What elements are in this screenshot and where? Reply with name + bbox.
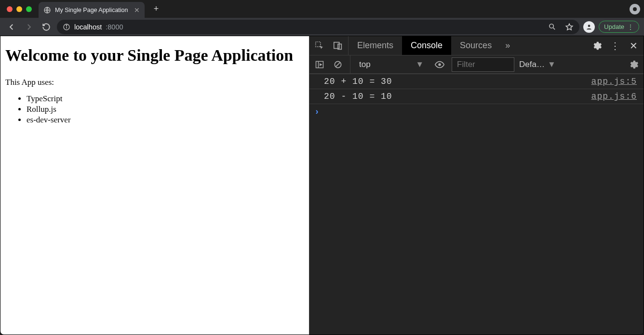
content-area: Welcome to your Single Page Application … [0, 36, 644, 335]
console-prompt[interactable]: › [309, 104, 644, 120]
zoom-icon[interactable] [548, 23, 556, 31]
svg-point-3 [66, 25, 67, 26]
window-controls [7, 6, 32, 12]
update-button[interactable]: Update ⋮ [599, 21, 639, 33]
kebab-menu-icon[interactable]: ⋮ [608, 39, 622, 53]
console-settings-icon[interactable] [626, 57, 641, 72]
reload-button[interactable] [40, 20, 53, 34]
tab-title: My Single Page Application [55, 7, 128, 13]
chevron-down-icon: ▼ [416, 60, 424, 69]
incognito-indicator-icon[interactable] [630, 4, 640, 14]
console-log-row: 20 - 10 = 10 app.js:6 [309, 89, 644, 104]
address-bar[interactable]: localhost:8000 [57, 20, 579, 34]
update-label: Update [604, 23, 624, 30]
svg-point-4 [550, 24, 554, 28]
console-toolbar: top ▼ Defa… ▼ [309, 55, 644, 74]
log-source-link[interactable]: app.js:5 [591, 77, 637, 86]
clear-console-icon[interactable] [331, 57, 345, 72]
page-heading: Welcome to your Single Page Application [5, 45, 304, 66]
tab-elements[interactable]: Elements [349, 36, 402, 55]
tab-overflow[interactable]: » [500, 36, 515, 55]
svg-line-5 [553, 28, 555, 30]
back-button[interactable] [5, 20, 18, 34]
forward-button[interactable] [22, 20, 36, 34]
inspect-element-icon[interactable] [312, 39, 327, 53]
browser-tab[interactable]: My Single Page Application ✕ [39, 2, 145, 18]
window-minimize-button[interactable] [16, 6, 22, 12]
log-message: 20 + 10 = 30 [324, 77, 591, 86]
list-item: es-dev-server [27, 115, 304, 125]
execution-context-select[interactable]: top ▼ [355, 59, 428, 70]
chevron-down-icon: ▼ [548, 60, 556, 69]
globe-icon [43, 6, 51, 14]
profile-avatar[interactable] [583, 21, 595, 33]
svg-point-14 [438, 63, 441, 66]
devtools-tabbar: Elements Console Sources » ⋮ ✕ [309, 36, 644, 55]
bookmark-icon[interactable] [565, 23, 574, 31]
tab-sources[interactable]: Sources [451, 36, 500, 55]
list-item: Rollup.js [27, 105, 304, 114]
console-filter-input[interactable] [452, 57, 514, 72]
site-info-icon[interactable] [63, 23, 70, 31]
rendered-page: Welcome to your Single Page Application … [0, 36, 309, 335]
browser-toolbar: localhost:8000 Update ⋮ [0, 18, 644, 36]
gear-icon[interactable] [590, 39, 604, 53]
devtools-panel: Elements Console Sources » ⋮ ✕ [309, 36, 644, 335]
toggle-device-icon[interactable] [331, 39, 345, 53]
svg-rect-8 [334, 42, 339, 48]
svg-point-6 [588, 25, 590, 27]
svg-line-13 [336, 62, 340, 66]
log-source-link[interactable]: app.js:6 [591, 92, 637, 101]
new-tab-button[interactable]: + [149, 2, 163, 16]
tab-console[interactable]: Console [402, 36, 451, 55]
tab-close-button[interactable]: ✕ [134, 6, 140, 14]
browser-tabstrip: My Single Page Application ✕ + [0, 0, 644, 18]
log-levels-select[interactable]: Defa… ▼ [519, 60, 556, 69]
url-host: localhost [74, 23, 102, 31]
console-log-row: 20 + 10 = 30 app.js:5 [309, 74, 644, 89]
window-close-button[interactable] [7, 6, 13, 12]
context-label: top [359, 60, 371, 69]
kebab-icon: ⋮ [627, 24, 634, 30]
list-item: TypeScript [27, 94, 304, 104]
log-message: 20 - 10 = 10 [324, 92, 591, 101]
console-output: 20 + 10 = 30 app.js:5 20 - 10 = 10 app.j… [309, 74, 644, 335]
page-feature-list: TypeScript Rollup.js es-dev-server [5, 94, 304, 125]
window-maximize-button[interactable] [26, 6, 32, 12]
close-devtools-icon[interactable]: ✕ [626, 39, 641, 53]
console-sidebar-toggle-icon[interactable] [312, 57, 327, 72]
live-expression-icon[interactable] [432, 57, 447, 72]
page-intro: This App uses: [5, 78, 304, 87]
url-port: :8000 [106, 23, 123, 31]
levels-label: Defa… [519, 60, 545, 69]
